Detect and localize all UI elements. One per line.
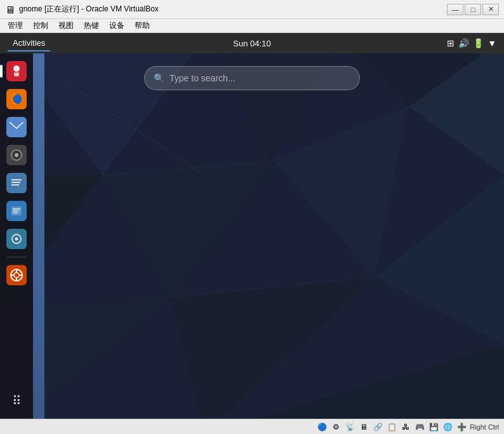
vbox-statusbar: 🔵 ⚙ 📡 🖥 🔗 📋 🖧 🎮 💾 🌐 ➕ Right Ctrl <box>0 419 504 434</box>
dock-separator <box>7 257 26 257</box>
gnome-dock: ⠿ <box>0 53 33 419</box>
dock-item-app1[interactable] <box>4 58 29 84</box>
menu-view[interactable]: 视图 <box>53 19 79 32</box>
status-icon-1[interactable]: 🔵 <box>316 421 328 433</box>
search-magnifier-icon: 🔍 <box>154 73 164 83</box>
dock-item-disk[interactable] <box>4 226 29 252</box>
activities-button[interactable]: Activities <box>8 36 50 51</box>
dock-item-app4[interactable] <box>4 142 29 168</box>
vm-content: Activities Sun 04:10 ⊞ 🔊 🔋 ▼ <box>0 33 504 419</box>
gnome-desktop: ⠿ 🔍 <box>0 53 504 419</box>
status-icon-9[interactable]: 💾 <box>428 421 439 433</box>
minimize-button[interactable]: — <box>447 4 463 15</box>
app4-icon <box>6 145 27 165</box>
svg-rect-18 <box>14 72 19 76</box>
status-icon-7[interactable]: 🖧 <box>400 421 411 433</box>
volume-icon[interactable]: 🔊 <box>458 38 469 48</box>
gnome-topbar: Activities Sun 04:10 ⊞ 🔊 🔋 ▼ <box>0 33 504 53</box>
app1-icon <box>6 61 27 81</box>
menu-hotkey[interactable]: 热键 <box>79 19 104 32</box>
firefox-icon <box>6 89 27 109</box>
status-icon-10[interactable]: 🌐 <box>442 421 453 433</box>
svg-point-34 <box>15 238 18 241</box>
battery-icon[interactable]: 🔋 <box>473 38 484 48</box>
maximize-button[interactable]: □ <box>465 4 481 15</box>
menu-help[interactable]: 帮助 <box>129 19 155 32</box>
svg-rect-30 <box>13 210 19 212</box>
notes-icon <box>6 201 27 221</box>
status-icon-4[interactable]: 🖥 <box>358 421 369 433</box>
app-icon: 🖥 <box>5 4 15 15</box>
svg-point-22 <box>15 153 18 157</box>
svg-rect-26 <box>11 184 19 186</box>
dock-item-notes[interactable] <box>4 198 29 224</box>
system-tray: ⊞ 🔊 🔋 ▼ <box>447 38 496 48</box>
svg-rect-31 <box>13 212 18 214</box>
title-bar: 🖥 gnome [正在运行] - Oracle VM VirtualBox — … <box>0 0 504 19</box>
dropdown-icon[interactable]: ▼ <box>487 38 496 48</box>
dock-apps-grid-button[interactable]: ⠿ <box>4 388 29 414</box>
disk-icon <box>6 229 27 249</box>
menu-manage[interactable]: 管理 <box>3 19 28 32</box>
svg-rect-29 <box>13 208 20 210</box>
search-input[interactable] <box>169 73 350 83</box>
dock-item-mail[interactable] <box>4 114 29 140</box>
menu-devices[interactable]: 设备 <box>104 19 129 32</box>
status-icon-2[interactable]: ⚙ <box>330 421 342 433</box>
system-clock: Sun 04:10 <box>233 39 270 48</box>
status-icon-5[interactable]: 🔗 <box>372 421 383 433</box>
virtualbox-window: 🖥 gnome [正在运行] - Oracle VM VirtualBox — … <box>0 0 504 434</box>
dock-item-firefox[interactable] <box>4 86 29 112</box>
help-icon <box>6 265 27 285</box>
close-button[interactable]: ✕ <box>482 4 499 15</box>
window-title: gnome [正在运行] - Oracle VM VirtualBox <box>19 4 447 15</box>
svg-point-17 <box>13 65 20 72</box>
mail-icon <box>6 117 27 137</box>
search-bar: 🔍 <box>144 66 360 90</box>
menu-bar: 管理 控制 视图 热键 设备 帮助 <box>0 19 504 33</box>
dock-item-help[interactable] <box>4 262 29 288</box>
apps-grid-icon: ⠿ <box>12 393 22 409</box>
dock-item-texteditor[interactable] <box>4 170 29 196</box>
network-icon[interactable]: ⊞ <box>447 38 454 48</box>
svg-rect-25 <box>11 182 20 183</box>
status-icon-6[interactable]: 📋 <box>386 421 397 433</box>
right-ctrl-label: Right Ctrl <box>470 423 499 431</box>
menu-control[interactable]: 控制 <box>28 19 53 32</box>
status-icon-3[interactable]: 📡 <box>344 421 355 433</box>
status-icon-plus[interactable]: ➕ <box>456 421 467 433</box>
status-icon-8[interactable]: 🎮 <box>414 421 425 433</box>
right-preview-panel <box>33 53 44 419</box>
svg-rect-24 <box>11 179 22 180</box>
window-controls: — □ ✕ <box>447 4 499 15</box>
texteditor-icon <box>6 173 27 193</box>
search-overlay: 🔍 <box>0 53 504 419</box>
